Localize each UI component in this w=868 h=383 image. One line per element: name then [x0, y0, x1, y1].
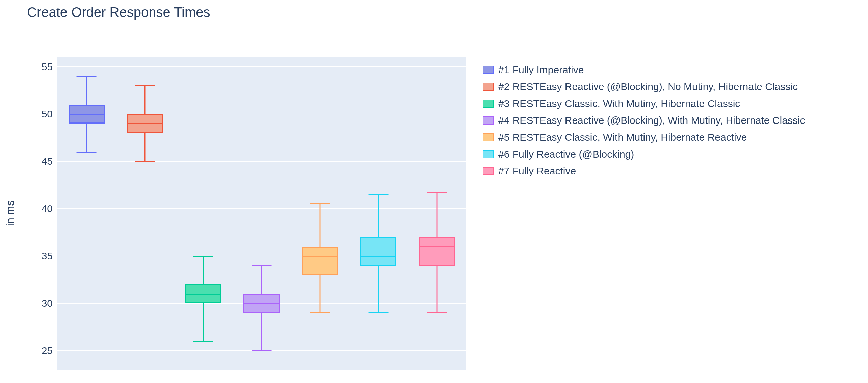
legend-swatch	[483, 66, 494, 74]
box-plot-series[interactable]	[185, 57, 221, 370]
yaxis-ticks: 25303540455055	[0, 57, 57, 370]
box-rect	[419, 237, 455, 266]
legend-item[interactable]: #3 RESTEasy Classic, With Mutiny, Hibern…	[483, 98, 805, 109]
median-line	[243, 303, 280, 304]
legend-label: #6 Fully Reactive (@Blocking)	[498, 148, 634, 160]
median-line	[419, 246, 455, 247]
legend-item[interactable]: #7 Fully Reactive	[483, 165, 805, 177]
median-line	[69, 114, 105, 115]
legend-item[interactable]: #6 Fully Reactive (@Blocking)	[483, 148, 805, 160]
whisker-cap-bottom	[310, 312, 330, 313]
legend-label: #3 RESTEasy Classic, With Mutiny, Hibern…	[498, 98, 740, 109]
legend-swatch	[483, 150, 494, 158]
chart-title: Create Order Response Times	[27, 5, 210, 20]
legend-swatch	[483, 167, 494, 175]
legend-swatch	[483, 100, 494, 108]
box-plot-series[interactable]	[69, 57, 105, 370]
median-line	[127, 123, 163, 124]
ytick-label: 50	[42, 108, 53, 120]
ytick-label: 25	[42, 345, 53, 356]
box-rect	[360, 237, 396, 266]
box-plot-series[interactable]	[302, 57, 338, 370]
whisker-cap-bottom	[368, 312, 388, 313]
whisker-cap-bottom	[252, 350, 272, 351]
chart-container: Create Order Response Times in ms 253035…	[0, 0, 868, 383]
legend-label: #4 RESTEasy Reactive (@Blocking), With M…	[498, 115, 805, 126]
legend-item[interactable]: #4 RESTEasy Reactive (@Blocking), With M…	[483, 115, 805, 126]
legend-item[interactable]: #5 RESTEasy Classic, With Mutiny, Hibern…	[483, 132, 805, 143]
box-plot-series[interactable]	[419, 57, 455, 370]
ytick-label: 35	[42, 250, 53, 262]
whisker-cap-top	[77, 76, 97, 77]
legend-item[interactable]: #1 Fully Imperative	[483, 64, 805, 76]
plot-area	[57, 57, 466, 370]
legend-swatch	[483, 133, 494, 141]
box-plot-series[interactable]	[127, 57, 163, 370]
whisker-cap-bottom	[193, 341, 213, 342]
whisker-cap-top	[135, 85, 155, 86]
legend-swatch	[483, 116, 494, 125]
whisker-cap-top	[427, 192, 447, 193]
whisker-cap-bottom	[135, 161, 155, 162]
legend: #1 Fully Imperative#2 RESTEasy Reactive …	[483, 64, 805, 182]
whisker-cap-top	[310, 203, 330, 204]
median-line	[360, 256, 396, 257]
ytick-label: 45	[42, 156, 53, 167]
legend-label: #2 RESTEasy Reactive (@Blocking), No Mut…	[498, 81, 798, 92]
legend-label: #1 Fully Imperative	[498, 64, 584, 76]
whisker-cap-top	[193, 256, 213, 257]
median-line	[185, 294, 221, 295]
legend-swatch	[483, 83, 494, 91]
legend-label: #7 Fully Reactive	[498, 165, 576, 177]
median-line	[302, 256, 338, 257]
legend-item[interactable]: #2 RESTEasy Reactive (@Blocking), No Mut…	[483, 81, 805, 92]
whisker-cap-top	[252, 265, 272, 266]
ytick-label: 30	[42, 298, 53, 309]
box-rect	[302, 247, 338, 275]
whisker-cap-bottom	[77, 152, 97, 153]
whisker-cap-top	[368, 194, 388, 195]
ytick-label: 40	[42, 203, 53, 214]
box-plot-series[interactable]	[243, 57, 280, 370]
whisker-cap-bottom	[427, 312, 447, 313]
legend-label: #5 RESTEasy Classic, With Mutiny, Hibern…	[498, 132, 747, 143]
ytick-label: 55	[42, 61, 53, 73]
box-plot-series[interactable]	[360, 57, 396, 370]
